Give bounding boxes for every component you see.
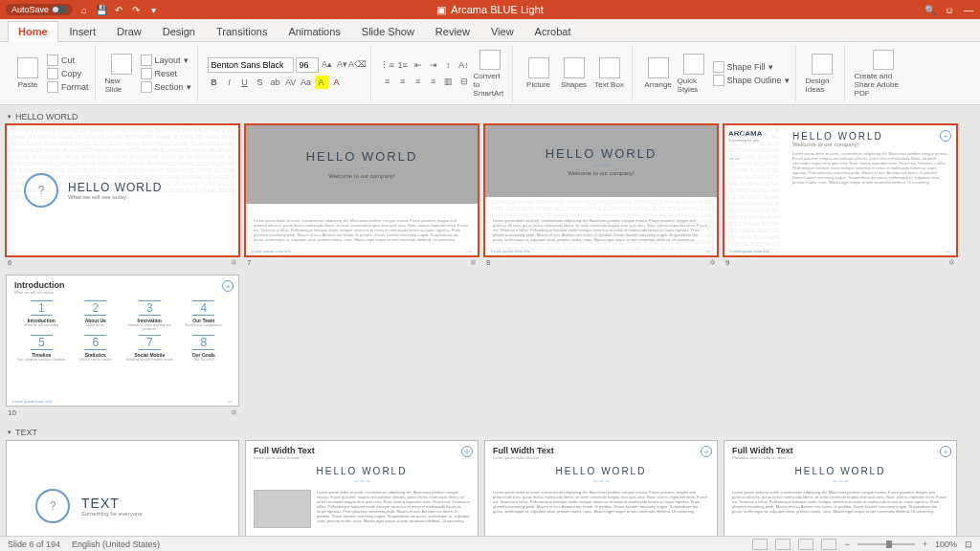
text-direction-button[interactable]: A↕	[457, 58, 471, 72]
tab-slideshow[interactable]: Slide Show	[352, 22, 424, 41]
align-center-button[interactable]: ≡	[396, 75, 410, 88]
textbox-button[interactable]: Text Box	[593, 50, 626, 98]
increase-font-button[interactable]: A▴	[321, 57, 334, 71]
layout-button[interactable]: Layout ▾	[141, 54, 191, 67]
plus-icon: +	[940, 130, 951, 142]
indent-right-button[interactable]: ⇥	[427, 58, 440, 72]
align-right-button[interactable]: ≡	[412, 75, 425, 88]
italic-button[interactable]: I	[223, 76, 236, 89]
slide-sorter-canvas[interactable]: ▾HELLO WORLD BUSINESS NAME BUSINESS NAME…	[0, 105, 980, 536]
zoom-level[interactable]: 100%	[935, 540, 957, 549]
paste-button[interactable]: Paste	[11, 50, 44, 98]
font-color-button[interactable]: A	[330, 76, 344, 89]
tab-design[interactable]: Design	[153, 22, 205, 41]
slide-thumb-12[interactable]: + Full Width Text Lorem ipsum dolor sit …	[245, 440, 479, 536]
slide-heading: Full Width Text	[724, 441, 956, 455]
slide-number: 7	[247, 258, 251, 267]
tab-review[interactable]: Review	[426, 22, 479, 41]
slide-thumb-13[interactable]: + Full Width Text Lorem ipsum dolor sit …	[484, 440, 718, 536]
intro-item: 3InnovationInventor's Claim, making new …	[124, 300, 175, 331]
plus-icon: +	[940, 446, 951, 457]
align-text-button[interactable]: ⊟	[457, 75, 471, 88]
numbering-button[interactable]: 1≡	[396, 58, 410, 72]
section-header-hello[interactable]: ▾HELLO WORLD	[6, 109, 974, 124]
language-status[interactable]: English (United States)	[72, 540, 160, 549]
slide-thumb-6[interactable]: BUSINESS NAME BUSINESS NAME BUSINESS NAM…	[6, 124, 239, 256]
slide-title: TEXT	[81, 496, 143, 511]
slide-thumb-8[interactable]: + HELLO WORLD ～～～ Welcome to our company…	[484, 124, 718, 256]
slideshow-view-button[interactable]	[821, 539, 836, 550]
search-icon[interactable]: 🔍	[924, 4, 936, 15]
minimize-icon[interactable]: ―	[963, 4, 974, 15]
slide-thumb-10[interactable]: + Introduction What we will see today 1I…	[6, 275, 239, 407]
reset-button[interactable]: Reset	[141, 67, 191, 80]
zoom-slider[interactable]	[858, 543, 915, 545]
new-slide-button[interactable]: New Slide	[105, 50, 138, 98]
zoom-out-button[interactable]: −	[844, 540, 849, 549]
section-header-text[interactable]: ▾TEXT	[6, 425, 974, 440]
save-icon[interactable]: 💾	[96, 4, 107, 15]
slide-thumb-14[interactable]: + Full Width Text Phasellus viverra null…	[724, 440, 957, 536]
adobe-pdf-button[interactable]: Create and Share Adobe PDF	[855, 50, 912, 98]
powerpoint-icon: ▣	[436, 4, 446, 16]
slide-title: HELLO WORLD	[306, 149, 418, 164]
slide-thumb-7[interactable]: HELLO WORLD ～～～ Welcome to our company! …	[245, 124, 479, 256]
undo-icon[interactable]: ↶	[113, 4, 124, 15]
tab-animations[interactable]: Animations	[278, 22, 349, 41]
normal-view-button[interactable]	[752, 539, 768, 550]
case-button[interactable]: Aa	[300, 76, 313, 89]
slide-counter[interactable]: Slide 6 of 194	[8, 540, 60, 549]
qat-dropdown-icon[interactable]: ▾	[147, 4, 159, 15]
columns-button[interactable]: ▥	[442, 75, 456, 88]
slide-thumb-11[interactable]: ? TEXT Something for everyone	[6, 440, 239, 536]
align-left-button[interactable]: ≡	[381, 75, 394, 88]
copy-button[interactable]: Copy	[47, 67, 89, 80]
tab-acrobat[interactable]: Acrobat	[525, 22, 581, 41]
clear-format-button[interactable]: A⌫	[351, 57, 365, 71]
shadow-button[interactable]: ab	[269, 76, 282, 89]
shapes-button[interactable]: Shapes	[558, 50, 590, 98]
tab-transitions[interactable]: Transitions	[207, 22, 277, 41]
arrange-button[interactable]: Arrange	[642, 50, 675, 98]
zoom-in-button[interactable]: +	[923, 540, 927, 549]
font-family-combo[interactable]	[208, 57, 294, 73]
tab-view[interactable]: View	[481, 22, 523, 41]
format-painter-button[interactable]: Format	[47, 80, 89, 94]
shape-fill-button[interactable]: Shape Fill ▾	[713, 60, 790, 74]
animation-indicator-icon: ✲	[231, 408, 237, 417]
home-icon[interactable]: ⌂	[78, 4, 90, 15]
justify-button[interactable]: ≡	[427, 75, 440, 88]
cut-button[interactable]: Cut	[47, 54, 89, 67]
bold-button[interactable]: B	[208, 76, 221, 89]
convert-smartart-button[interactable]: Convert to SmartArt	[474, 50, 506, 98]
bullets-button[interactable]: ⋮≡	[381, 58, 394, 72]
slide-thumb-9[interactable]: + BUSINESS NAME BUSINESS NAME BUSINESS N…	[724, 124, 957, 256]
slide-subheading: Lorem ipsum dolor sit amet	[246, 455, 478, 460]
decrease-font-button[interactable]: A▾	[336, 57, 349, 71]
sorter-view-button[interactable]	[775, 539, 791, 550]
line-spacing-button[interactable]: ↕	[442, 58, 456, 72]
strike-button[interactable]: S	[254, 76, 267, 89]
picture-button[interactable]: Picture	[523, 50, 555, 98]
autosave-toggle[interactable]: AutoSave	[6, 4, 73, 15]
reading-view-button[interactable]	[798, 539, 813, 550]
spacing-button[interactable]: AV	[284, 76, 298, 89]
tab-draw[interactable]: Draw	[107, 22, 151, 41]
redo-icon[interactable]: ↷	[130, 4, 142, 15]
fit-to-window-button[interactable]: ⊡	[965, 540, 972, 549]
design-ideas-button[interactable]: Design Ideas	[806, 50, 838, 98]
tab-insert[interactable]: Insert	[60, 22, 106, 41]
tab-home[interactable]: Home	[8, 21, 58, 42]
shape-outline-button[interactable]: Shape Outline ▾	[713, 74, 790, 87]
font-size-combo[interactable]	[296, 57, 319, 73]
slide-subtitle: Welcome to our company!	[328, 173, 395, 179]
user-icon[interactable]: ☺	[944, 4, 955, 15]
section-button[interactable]: Section ▾	[141, 80, 191, 94]
underline-button[interactable]: U	[238, 76, 252, 89]
indent-left-button[interactable]: ⇤	[412, 58, 425, 72]
document-title: ▣ Arcama BLUE Light	[436, 4, 544, 16]
quick-styles-button[interactable]: Quick Styles	[678, 50, 710, 98]
animation-indicator-icon: ✲	[709, 258, 716, 267]
status-bar: Slide 6 of 194 English (United States) −…	[0, 536, 980, 551]
highlight-button[interactable]: A	[315, 76, 328, 89]
